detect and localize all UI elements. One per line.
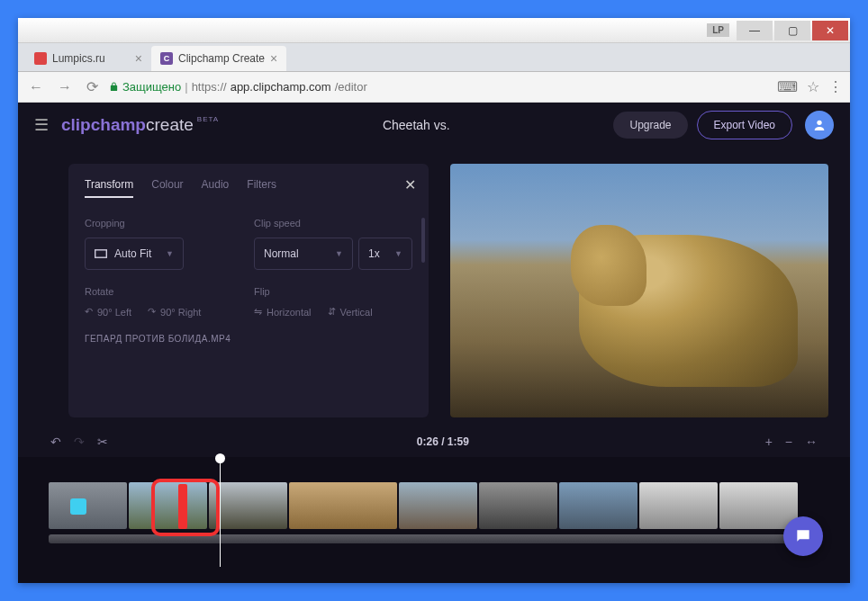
svg-rect-1	[95, 250, 107, 257]
hamburger-icon[interactable]: ☰	[34, 115, 49, 135]
preview-frame	[450, 164, 828, 417]
logo: clipchampcreateBETA	[61, 115, 219, 135]
browser-tab-lumpics[interactable]: Lumpics.ru ×	[25, 46, 151, 71]
menu-icon[interactable]: ⋮	[828, 78, 843, 95]
panel-scrollbar[interactable]	[421, 218, 425, 263]
app-header: ☰ clipchampcreateBETA Cheetah vs. Upgrad…	[18, 103, 850, 148]
project-title[interactable]: Cheetah vs.	[219, 118, 613, 132]
rect-icon	[95, 249, 107, 258]
back-icon[interactable]: ←	[25, 79, 47, 95]
secure-badge: Защищено	[109, 80, 181, 94]
chevron-down-icon: ▼	[394, 249, 402, 258]
lock-icon	[109, 82, 119, 92]
timeline-thumb[interactable]	[209, 482, 287, 529]
timeline-thumb[interactable]	[129, 482, 207, 529]
playhead[interactable]	[220, 457, 221, 567]
clipspeed-picker[interactable]: Normal ▼	[254, 238, 353, 270]
tab-filters[interactable]: Filters	[247, 178, 276, 198]
window-titlebar: LP — ▢ ✕	[18, 18, 850, 43]
properties-panel: ✕ Transform Colour Audio Filters Croppin…	[68, 164, 429, 417]
timeline-clips	[49, 482, 819, 534]
zoom-in-icon[interactable]: +	[765, 435, 773, 449]
chevron-down-icon: ▼	[335, 249, 343, 258]
clipspeed-mult-picker[interactable]: 1x ▼	[358, 238, 412, 270]
timeline-thumb[interactable]	[399, 482, 477, 529]
tab-label: Lumpics.ru	[52, 52, 105, 65]
flip-vertical-button[interactable]: ⇵Vertical	[328, 306, 373, 318]
zoom-out-icon[interactable]: −	[785, 435, 792, 449]
undo-icon[interactable]: ↶	[50, 435, 61, 449]
timeline-thumb[interactable]	[289, 482, 397, 529]
timeline-thumb[interactable]	[49, 482, 127, 529]
tab-audio[interactable]: Audio	[202, 178, 230, 198]
rotate-right-button[interactable]: ↷90° Right	[148, 306, 201, 318]
flip-label: Flip	[254, 286, 412, 297]
window-maximize-button[interactable]: ▢	[774, 21, 810, 40]
timeline-thumb[interactable]	[639, 482, 718, 529]
trim-handle[interactable]	[178, 484, 187, 529]
close-icon[interactable]: ✕	[404, 176, 416, 193]
redo-icon[interactable]: ↷	[74, 435, 85, 449]
chat-button[interactable]	[783, 516, 823, 556]
tab-close-icon[interactable]: ×	[270, 51, 277, 66]
track-bar[interactable]	[49, 534, 819, 543]
window-minimize-button[interactable]: —	[737, 21, 773, 40]
tab-colour[interactable]: Colour	[151, 178, 183, 198]
titlebar-lp-badge: LP	[707, 23, 729, 37]
url-domain: app.clipchamp.com	[231, 80, 331, 94]
workspace: ✕ Transform Colour Audio Filters Croppin…	[18, 148, 850, 426]
favicon-icon: C	[160, 52, 173, 65]
reload-icon[interactable]: ⟳	[83, 78, 102, 95]
chevron-down-icon: ▼	[166, 249, 174, 258]
address-bar: ← → ⟳ Защищено | https://app.clipchamp.c…	[18, 72, 850, 103]
time-display: 0:26 / 1:59	[121, 435, 765, 448]
cropping-label: Cropping	[85, 218, 243, 229]
clip-filename: ГЕПАРД ПРОТИВ БОЛИДА.MP4	[85, 334, 412, 344]
chat-icon	[794, 527, 812, 545]
url-path: /editor	[335, 80, 367, 94]
timeline[interactable]	[18, 457, 850, 583]
bookmark-icon[interactable]: ☆	[807, 78, 819, 95]
playhead-handle[interactable]	[215, 453, 225, 463]
avatar[interactable]	[805, 111, 834, 139]
upgrade-button[interactable]: Upgrade	[613, 112, 687, 139]
flip-h-icon: ⇋	[254, 306, 262, 318]
zoom-fit-icon[interactable]: ↔	[805, 435, 818, 449]
tab-label: Clipchamp Create	[178, 52, 265, 65]
rotate-right-icon: ↷	[148, 306, 156, 318]
video-preview[interactable]	[450, 164, 828, 417]
rotate-label: Rotate	[85, 286, 243, 297]
browser-tab-clipchamp[interactable]: C Clipchamp Create ×	[151, 46, 286, 71]
rotate-left-icon: ↶	[85, 306, 93, 318]
flip-v-icon: ⇵	[328, 306, 336, 318]
user-icon	[812, 118, 827, 132]
export-button[interactable]: Export Video	[697, 111, 793, 139]
timeline-thumb[interactable]	[719, 482, 798, 529]
browser-tabs: Lumpics.ru × C Clipchamp Create ×	[18, 43, 850, 72]
scissors-icon[interactable]: ✂	[97, 435, 108, 449]
tab-transform[interactable]: Transform	[85, 178, 133, 198]
timeline-toolbar: ↶ ↷ ✂ 0:26 / 1:59 + − ↔	[18, 426, 850, 457]
forward-icon[interactable]: →	[54, 79, 76, 95]
url-host: https://	[192, 80, 227, 94]
app-root: ☰ clipchampcreateBETA Cheetah vs. Upgrad…	[18, 103, 850, 583]
clipspeed-label: Clip speed	[254, 218, 412, 229]
tab-close-icon[interactable]: ×	[135, 51, 142, 66]
rotate-left-button[interactable]: ↶90° Left	[85, 306, 131, 318]
favicon-icon	[34, 52, 47, 65]
translate-icon[interactable]: ⌨	[777, 78, 798, 95]
cropping-picker[interactable]: Auto Fit ▼	[85, 238, 184, 270]
timeline-thumb[interactable]	[479, 482, 557, 529]
window-close-button[interactable]: ✕	[812, 21, 848, 40]
timeline-thumb[interactable]	[559, 482, 637, 529]
url-field[interactable]: Защищено | https://app.clipchamp.com/edi…	[109, 80, 770, 94]
flip-horizontal-button[interactable]: ⇋Horizontal	[254, 306, 312, 318]
panel-tabs: Transform Colour Audio Filters	[85, 178, 412, 198]
window-frame: LP — ▢ ✕ Lumpics.ru × C Clipchamp Create…	[18, 18, 850, 583]
svg-point-0	[817, 121, 821, 125]
